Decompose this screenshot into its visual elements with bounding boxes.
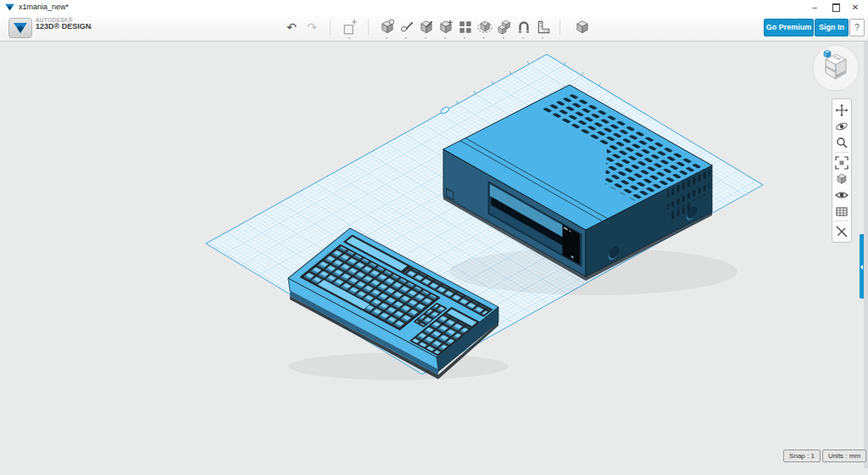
redo-icon[interactable]: ↷ — [303, 19, 320, 36]
window-title: x1mania_new* — [19, 3, 69, 11]
grid-icon[interactable] — [835, 204, 849, 218]
pan-icon[interactable] — [835, 103, 849, 117]
construct-icon[interactable] — [418, 19, 435, 36]
toolbar-divider — [559, 20, 560, 35]
help-button[interactable]: ? — [849, 19, 865, 36]
pattern-icon[interactable] — [457, 19, 474, 36]
collapsed-panel-handle[interactable] — [860, 234, 864, 299]
tweak-magnet-icon[interactable] — [515, 19, 532, 36]
toolbar-divider — [368, 20, 369, 35]
sign-in-button[interactable]: Sign In — [815, 19, 849, 36]
material-icon[interactable] — [835, 172, 849, 186]
material-icon[interactable] — [574, 19, 591, 36]
view-cube[interactable]: TOP FRONT RIGHT — [813, 45, 859, 91]
combine-icon[interactable] — [496, 19, 513, 36]
modify-icon[interactable] — [437, 19, 454, 36]
hide-sketches-icon[interactable] — [835, 225, 849, 238]
undo-icon[interactable]: ↶ — [283, 19, 300, 36]
zoom-icon[interactable] — [835, 136, 849, 149]
minimize-button[interactable]: – — [805, 1, 824, 14]
go-premium-button[interactable]: Go Premium — [764, 19, 814, 36]
main-toolbar: AUTODESK® 123D® DESIGN ⌄ ↶ ↷ ▾ ▾ ▾ ▾ ▾ ▾… — [0, 14, 868, 42]
brand-block: AUTODESK® 123D® DESIGN — [36, 17, 91, 31]
transform-icon[interactable] — [342, 19, 359, 36]
grouping-icon[interactable] — [476, 19, 493, 36]
home-icon[interactable] — [824, 50, 831, 58]
primitives-icon[interactable] — [379, 19, 396, 36]
close-button[interactable]: ✕ — [846, 1, 865, 14]
toolbar-divider — [330, 20, 331, 35]
orbit-icon[interactable] — [835, 120, 849, 133]
navigation-toolbar — [832, 98, 852, 243]
snap-setting-button[interactable]: Snap : 1 — [783, 450, 821, 462]
visibility-eye-icon[interactable] — [835, 188, 849, 202]
units-setting-button[interactable]: Units : mm — [822, 450, 866, 462]
window-resize-edge — [864, 41, 868, 468]
sketch-icon[interactable] — [398, 19, 415, 36]
brand-product: 123D® DESIGN — [36, 23, 91, 31]
chevron-down-icon[interactable]: ⌄ — [86, 21, 93, 31]
viewport-canvas[interactable]: TOP FRONT RIGHT — [0, 0, 868, 475]
restore-button[interactable] — [826, 1, 845, 14]
measure-icon[interactable] — [535, 19, 552, 36]
fit-icon[interactable] — [835, 156, 849, 170]
title-bar: x1mania_new* – ✕ — [0, 0, 868, 15]
app-window-icon — [5, 3, 14, 12]
autodesk-logo[interactable] — [8, 18, 32, 38]
